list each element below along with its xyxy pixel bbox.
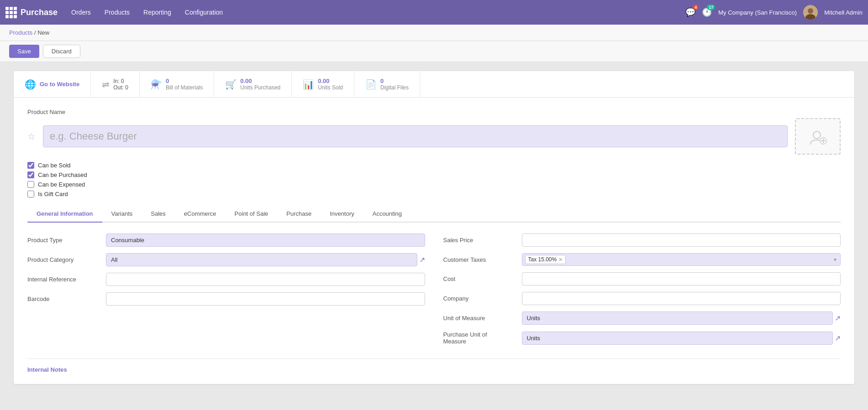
tab-accounting[interactable]: Accounting [363, 206, 411, 223]
out-value: Out: 0 [113, 84, 128, 91]
stat-digital-files[interactable]: 📄 0 Digital Files [354, 71, 420, 97]
product-category-select-wrap: All All / Saleable All / Expenses ↗ [106, 253, 425, 266]
tab-sales[interactable]: Sales [142, 206, 175, 223]
activity-notification[interactable]: 🕐 17 [702, 7, 712, 17]
menu-configuration[interactable]: Configuration [179, 6, 229, 19]
product-name-label: Product Name [27, 109, 841, 115]
digital-label: Digital Files [380, 84, 409, 91]
is-gift-card-checkbox[interactable] [27, 191, 34, 197]
arrows-icon: ⇌ [102, 79, 110, 90]
product-category-external-link[interactable]: ↗ [419, 255, 425, 264]
purchased-label: Units Purchased [240, 84, 280, 91]
tab-variants[interactable]: Variants [102, 206, 142, 223]
stat-purchased[interactable]: 🛒 0.00 Units Purchased [214, 71, 292, 97]
product-name-input[interactable] [43, 125, 788, 147]
product-type-select-wrap: Consumable Storable Product Service [106, 234, 425, 247]
product-name-row: ☆ [27, 118, 841, 155]
product-category-select[interactable]: All All / Saleable All / Expenses [106, 253, 417, 266]
svg-point-1 [808, 8, 813, 14]
activity-badge: 17 [707, 5, 715, 10]
svg-point-3 [813, 131, 821, 139]
message-notification[interactable]: 💬 4 [685, 7, 695, 17]
breadcrumb-parent[interactable]: Products [9, 29, 32, 36]
remove-tax-button[interactable]: ✕ [558, 257, 563, 263]
product-category-label: Product Category [27, 256, 100, 263]
save-button[interactable]: Save [9, 45, 39, 58]
sales-price-label: Sales Price [443, 237, 516, 244]
uom-external-link[interactable]: ↗ [835, 314, 841, 322]
company-name: My Company (San Francisco) [718, 9, 797, 16]
internal-reference-row: Internal Reference [27, 273, 425, 286]
internal-reference-input[interactable] [106, 273, 425, 286]
breadcrumb-current: New [37, 29, 49, 36]
product-type-label: Product Type [27, 237, 100, 244]
cost-row: Cost 0.00 [443, 272, 841, 285]
sales-price-row: Sales Price $1.00 [443, 234, 841, 247]
purchase-icon: 🛒 [225, 79, 237, 90]
stat-sold[interactable]: 📊 0.00 Units Sold [292, 71, 354, 97]
menu-products[interactable]: Products [98, 6, 136, 19]
tab-ecommerce[interactable]: eCommerce [175, 206, 226, 223]
discard-button[interactable]: Discard [43, 45, 80, 58]
user-name: Mitchell Admin [824, 9, 863, 16]
product-flags: Can be Sold Can be Purchased Can be Expe… [27, 162, 841, 197]
checkbox-can-be-sold[interactable]: Can be Sold [27, 162, 841, 169]
uom-select[interactable]: Units kg lb oz g [522, 311, 833, 325]
stat-go-to-website[interactable]: 🌐 Go to Website [14, 73, 91, 96]
topnav: Purchase Orders Products Reporting Confi… [0, 0, 868, 25]
can-be-expensed-checkbox[interactable] [27, 181, 34, 188]
in-out-values: In: 0 Out: 0 [113, 78, 128, 91]
barcode-row: Barcode [27, 292, 425, 306]
breadcrumb: Products / New [0, 25, 868, 41]
sold-label: Units Sold [318, 84, 343, 91]
menu-orders[interactable]: Orders [65, 6, 97, 19]
cost-input[interactable]: 0.00 [522, 272, 841, 285]
stat-in-out[interactable]: ⇌ In: 0 Out: 0 [91, 72, 140, 97]
can-be-sold-label: Can be Sold [38, 162, 71, 169]
menu-reporting[interactable]: Reporting [137, 6, 178, 19]
checkbox-can-be-purchased[interactable]: Can be Purchased [27, 171, 841, 178]
sold-value: 0.00 [318, 78, 343, 84]
file-icon: 📄 [365, 79, 377, 90]
sales-price-input[interactable]: $1.00 [522, 234, 841, 247]
product-type-select[interactable]: Consumable Storable Product Service [106, 234, 425, 247]
product-category-row: Product Category All All / Saleable All … [27, 253, 425, 266]
can-be-expensed-label: Can be Expensed [38, 181, 85, 188]
product-name-section: Product Name ☆ [27, 109, 841, 155]
purchase-uom-select[interactable]: Units kg lb oz g [522, 332, 833, 345]
topnav-menu: Orders Products Reporting Configuration [65, 6, 684, 19]
favorite-button[interactable]: ☆ [27, 131, 36, 142]
taxes-dropdown-arrow[interactable]: ▼ [833, 257, 837, 262]
user-avatar[interactable] [803, 5, 818, 20]
can-be-purchased-label: Can be Purchased [38, 171, 87, 178]
barcode-input[interactable] [106, 292, 425, 306]
app-logo[interactable]: Purchase [5, 7, 58, 18]
can-be-purchased-checkbox[interactable] [27, 171, 34, 178]
company-row: Company [443, 292, 841, 305]
left-form-col: Product Type Consumable Storable Product… [27, 234, 425, 345]
stat-bar: 🌐 Go to Website ⇌ In: 0 Out: 0 ⚗️ 0 [14, 71, 854, 98]
tab-inventory[interactable]: Inventory [321, 206, 363, 223]
purchase-uom-label: Purchase Unit of Measure [443, 331, 516, 345]
main-content: 🌐 Go to Website ⇌ In: 0 Out: 0 ⚗️ 0 [0, 62, 868, 393]
checkbox-is-gift-card[interactable]: Is Gift Card [27, 191, 841, 197]
tab-general-information[interactable]: General Information [27, 206, 102, 223]
cost-label: Cost [443, 275, 516, 282]
barcode-label: Barcode [27, 296, 100, 302]
can-be-sold-checkbox[interactable] [27, 162, 34, 169]
globe-icon: 🌐 [25, 79, 36, 90]
is-gift-card-label: Is Gift Card [38, 191, 68, 197]
bar-chart-icon: 📊 [303, 79, 314, 90]
tab-point-of-sale[interactable]: Point of Sale [226, 206, 278, 223]
stat-bom[interactable]: ⚗️ 0 Bill of Materials [140, 71, 214, 97]
tab-bar: General Information Variants Sales eComm… [27, 206, 841, 223]
purchase-uom-row: Purchase Unit of Measure Units kg lb oz … [443, 331, 841, 345]
checkbox-can-be-expensed[interactable]: Can be Expensed [27, 181, 841, 188]
form-body: Product Name ☆ [14, 98, 854, 384]
purchase-uom-external-link[interactable]: ↗ [835, 334, 841, 343]
uom-row: Unit of Measure Units kg lb oz g ↗ [443, 311, 841, 325]
customer-taxes-field[interactable]: Tax 15.00% ✕ ▼ [522, 253, 841, 266]
company-select[interactable] [522, 292, 841, 305]
product-image-upload[interactable] [795, 118, 841, 155]
tab-purchase[interactable]: Purchase [277, 206, 321, 223]
